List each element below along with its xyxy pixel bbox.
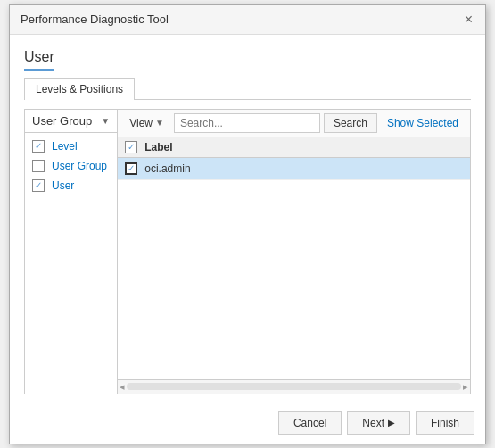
checkbox-user[interactable] (32, 179, 45, 192)
grid-cell-label-0: oci.admin (144, 162, 190, 175)
tree-item-level[interactable]: Level (25, 137, 117, 156)
view-button[interactable]: View ▼ (123, 113, 170, 133)
right-panel: View ▼ Search Show Selected Label o (118, 110, 470, 394)
next-button[interactable]: Next ▶ (347, 411, 410, 435)
tree-label-user: User (52, 179, 74, 192)
footer: Cancel Next ▶ Finish (10, 402, 485, 444)
checkbox-level[interactable] (32, 140, 45, 153)
tree-label-usergroup: User Group (52, 160, 107, 172)
next-arrow-icon: ▶ (388, 418, 395, 427)
filter-dropdown[interactable]: User Group ▼ (25, 110, 117, 133)
view-dropdown-icon: ▼ (155, 118, 164, 128)
left-panel: User Group ▼ Level User Group (25, 110, 118, 394)
dialog: Performance Diagnostic Tool × User Level… (9, 4, 486, 444)
tree-item-usergroup[interactable]: User Group (25, 156, 117, 176)
cancel-button[interactable]: Cancel (278, 411, 342, 435)
dialog-body: User Levels & Positions User Group ▼ Lev… (10, 35, 485, 402)
row-checkbox-0[interactable] (125, 162, 137, 175)
finish-button[interactable]: Finish (416, 411, 474, 435)
tree-label-level: Level (52, 140, 78, 153)
tab-levels-positions[interactable]: Levels & Positions (24, 78, 135, 100)
horizontal-scrollbar[interactable]: ◂ ▸ (118, 379, 470, 394)
filter-dropdown-label: User Group (32, 114, 92, 128)
close-button[interactable]: × (463, 12, 474, 27)
tree-items: Level User Group User (25, 133, 117, 394)
right-toolbar: View ▼ Search Show Selected (118, 110, 470, 137)
scroll-right-icon[interactable]: ▸ (461, 381, 468, 393)
grid-header-label: Label (144, 141, 172, 153)
checkbox-usergroup[interactable] (32, 160, 45, 172)
next-label: Next (362, 417, 384, 429)
scroll-left-icon[interactable]: ◂ (120, 381, 127, 393)
dropdown-arrow-icon: ▼ (101, 116, 110, 126)
content-area: User Group ▼ Level User Group (24, 109, 471, 394)
grid-rows: oci.admin (118, 158, 470, 379)
search-input[interactable] (174, 113, 320, 133)
grid-row-0[interactable]: oci.admin (118, 158, 470, 180)
view-label: View (129, 117, 153, 129)
section-title: User (24, 49, 54, 71)
dialog-title: Performance Diagnostic Tool (21, 12, 169, 26)
header-checkbox[interactable] (125, 141, 137, 153)
tabs: Levels & Positions (24, 78, 471, 100)
grid-header: Label (118, 137, 470, 158)
scrollbar-track (127, 383, 461, 390)
search-button[interactable]: Search (324, 113, 377, 133)
show-selected-button[interactable]: Show Selected (381, 113, 465, 133)
tree-item-user[interactable]: User (25, 176, 117, 195)
titlebar: Performance Diagnostic Tool × (10, 5, 485, 35)
